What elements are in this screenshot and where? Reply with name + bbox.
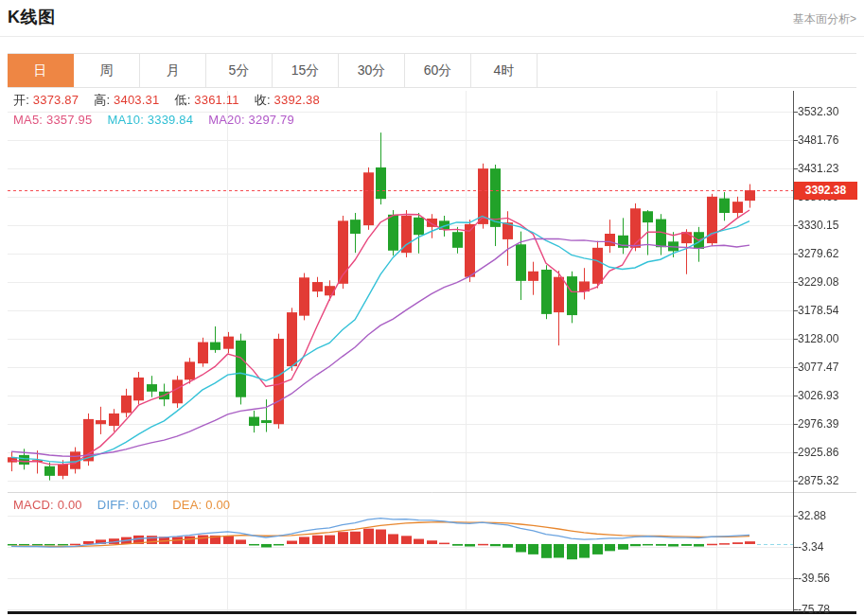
ohlc-row: 开: 3373.87高: 3403.31低: 3361.11收: 3392.38 xyxy=(13,92,335,109)
tab-15分[interactable]: 15分 xyxy=(273,54,339,87)
price-axis-label: 2976.39 xyxy=(798,417,838,431)
macd-axis-label: -75.78 xyxy=(798,603,830,616)
price-axis-label: 3330.15 xyxy=(798,219,838,232)
ohlc-row-open: 3373.87 xyxy=(33,93,79,107)
price-axis-label: 3128.00 xyxy=(798,332,838,345)
macd-row-dea: 0.00 xyxy=(205,498,230,512)
price-axis-label: 3431.23 xyxy=(798,162,838,175)
price-axis-label: 3026.93 xyxy=(798,389,838,402)
tab-周[interactable]: 周 xyxy=(74,54,140,87)
macd-axis-label: -3.34 xyxy=(798,540,823,554)
ma-row-ma20: MA20: xyxy=(208,113,248,127)
fundamental-analysis-link[interactable]: 基本面分析> xyxy=(793,11,856,27)
price-axis-label: 2925.86 xyxy=(798,446,838,459)
ma-row-ma10: 3339.84 xyxy=(148,113,193,127)
ohlc-row-high: 3403.31 xyxy=(114,93,159,107)
macd-axis-label: 32.88 xyxy=(798,509,826,522)
ohlc-row-low: 3361.11 xyxy=(194,93,238,107)
tab-30分[interactable]: 30分 xyxy=(339,54,405,87)
kline-page: K线图 基本面分析> 日周月5分15分30分60分4时 开: 3373.87高:… xyxy=(0,0,864,616)
price-axis-label: 3481.76 xyxy=(798,133,838,147)
price-axis-label: 2875.32 xyxy=(798,474,838,487)
current-price-badge: 3392.38 xyxy=(794,182,857,200)
macd-axis-label: -39.56 xyxy=(798,572,830,585)
price-axis-label: 3279.62 xyxy=(798,247,838,260)
price-axis-label: 3178.54 xyxy=(798,304,838,317)
tab-4时[interactable]: 4时 xyxy=(471,54,538,87)
tab-日[interactable]: 日 xyxy=(8,54,74,87)
ma-row-ma10: MA10: xyxy=(107,113,147,127)
price-axis-label: 3229.08 xyxy=(798,275,838,289)
ohlc-row-low: 低: xyxy=(174,93,194,107)
page-title: K线图 xyxy=(8,6,56,28)
price-axis-label: 3532.30 xyxy=(798,105,838,118)
macd-row-macd: MACD: xyxy=(13,498,58,512)
header-divider xyxy=(0,36,864,37)
macd-row-dea: DEA: xyxy=(172,498,205,512)
ma-row: MA5: 3357.95MA10: 3339.84MA20: 3297.79 xyxy=(13,113,309,127)
macd-row: MACD: 0.00DIFF: 0.00DEA: 0.00 xyxy=(13,498,245,512)
ohlc-row-close: 3392.38 xyxy=(274,93,320,107)
tab-5分[interactable]: 5分 xyxy=(206,54,273,87)
period-tabs: 日周月5分15分30分60分4时 xyxy=(8,53,856,88)
kline-chart-canvas[interactable] xyxy=(8,87,856,615)
macd-row-diff: DIFF: xyxy=(97,498,132,512)
ma-row-ma20: 3297.79 xyxy=(249,113,294,127)
ohlc-row-open: 开: xyxy=(13,93,33,107)
tab-月[interactable]: 月 xyxy=(140,54,206,87)
ma-row-ma5: 3357.95 xyxy=(46,113,92,127)
macd-row-macd: 0.00 xyxy=(58,498,82,512)
macd-row-diff: 0.00 xyxy=(132,498,157,512)
ma-row-ma5: MA5: xyxy=(13,113,46,127)
price-axis-label: 3077.47 xyxy=(798,361,838,374)
tab-60分[interactable]: 60分 xyxy=(405,54,471,87)
ohlc-row-high: 高: xyxy=(94,93,114,107)
ohlc-row-close: 收: xyxy=(255,93,274,107)
